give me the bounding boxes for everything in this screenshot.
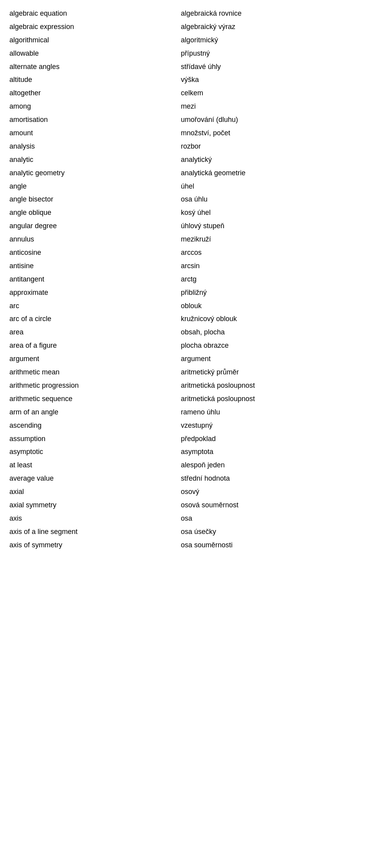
czech-term: algebraická rovnice [181,7,367,20]
czech-term: asymptota [181,445,367,459]
czech-term: osová souměrnost [181,499,367,512]
english-term: angular degree [9,220,181,233]
czech-term: algebraický výraz [181,20,367,34]
table-row: annulusmezikruží [9,233,367,246]
czech-term: mezikruží [181,233,367,246]
table-row: arithmetic progressionaritmetická poslou… [9,379,367,392]
czech-term: kružnicový oblouk [181,312,367,326]
table-row: altogethercelkem [9,87,367,100]
english-term: asymptotic [9,445,181,459]
czech-term: mezi [181,100,367,113]
english-term: area of a figure [9,339,181,352]
english-term: at least [9,459,181,472]
czech-term: množství, počet [181,127,367,140]
dictionary-table: algebraic equationalgebraická rovnicealg… [9,7,367,552]
table-row: analysisrozbor [9,140,367,153]
english-term: antitangent [9,273,181,286]
table-row: anticosinearccos [9,246,367,260]
english-term: axial symmetry [9,499,181,512]
czech-term: alespoň jeden [181,459,367,472]
table-row: ascendingvzestupný [9,419,367,432]
table-row: algebraic expressionalgebraický výraz [9,20,367,34]
english-term: amortisation [9,113,181,127]
czech-term: přípustný [181,47,367,60]
english-term: approximate [9,286,181,300]
english-term: axis of a line segment [9,525,181,539]
czech-term: arctg [181,273,367,286]
table-row: altitudevýška [9,73,367,87]
english-term: arc [9,300,181,313]
table-row: axis of a line segmentosa úsečky [9,525,367,539]
czech-term: vzestupný [181,419,367,432]
czech-term: rameno úhlu [181,406,367,419]
table-row: allowablepřípustný [9,47,367,60]
english-term: alternate angles [9,60,181,74]
table-row: angle bisectorosa úhlu [9,193,367,206]
english-term: angle bisector [9,193,181,206]
table-row: at leastalespoň jeden [9,459,367,472]
czech-term: argument [181,352,367,366]
table-row: antitangentarctg [9,273,367,286]
czech-term: plocha obrazce [181,339,367,352]
czech-term: střídavé úhly [181,60,367,74]
table-row: average valuestřední hodnota [9,472,367,485]
table-row: arithmetic meanaritmetický průměr [9,366,367,379]
table-row: argumentargument [9,352,367,366]
czech-term: kosý úhel [181,206,367,220]
table-row: angular degreeúhlový stupeň [9,220,367,233]
table-row: alternate anglesstřídavé úhly [9,60,367,74]
table-row: asymptoticasymptota [9,445,367,459]
czech-term: osa úhlu [181,193,367,206]
english-term: angle oblique [9,206,181,220]
czech-term: aritmetická posloupnost [181,392,367,406]
table-row: amortisationumořování (dluhu) [9,113,367,127]
czech-term: aritmetická posloupnost [181,379,367,392]
english-term: ascending [9,419,181,432]
table-row: algebraic equationalgebraická rovnice [9,7,367,20]
czech-term: oblouk [181,300,367,313]
english-term: arithmetic progression [9,379,181,392]
english-term: arm of an angle [9,406,181,419]
czech-term: výška [181,73,367,87]
english-term: analytic geometry [9,167,181,180]
table-row: amongmezi [9,100,367,113]
czech-term: předpoklad [181,432,367,446]
czech-term: umořování (dluhu) [181,113,367,127]
czech-term: arcsin [181,260,367,273]
english-term: argument [9,352,181,366]
table-row: antisinearcsin [9,260,367,273]
czech-term: přibližný [181,286,367,300]
table-row: angle obliquekosý úhel [9,206,367,220]
czech-term: střední hodnota [181,472,367,485]
english-term: arc of a circle [9,312,181,326]
table-row: approximatepřibližný [9,286,367,300]
czech-term: obsah, plocha [181,326,367,339]
table-row: arc of a circlekružnicový oblouk [9,312,367,326]
czech-term: osa úsečky [181,525,367,539]
table-row: analytic geometryanalytická geometrie [9,167,367,180]
english-term: anticosine [9,246,181,260]
czech-term: úhlový stupeň [181,220,367,233]
table-row: amountmnožství, počet [9,127,367,140]
english-term: axis of symmetry [9,539,181,552]
table-row: axis of symmetryosa souměrnosti [9,539,367,552]
table-row: axial symmetryosová souměrnost [9,499,367,512]
english-term: allowable [9,47,181,60]
table-row: arithmetic sequencearitmetická posloupno… [9,392,367,406]
english-term: axial [9,485,181,499]
english-term: assumption [9,432,181,446]
table-row: angleúhel [9,180,367,193]
czech-term: arccos [181,246,367,260]
english-term: algebraic equation [9,7,181,20]
english-term: algebraic expression [9,20,181,34]
english-term: algorithmical [9,34,181,47]
english-term: average value [9,472,181,485]
czech-term: úhel [181,180,367,193]
table-row: areaobsah, plocha [9,326,367,339]
english-term: axis [9,512,181,525]
czech-term: analytický [181,153,367,167]
table-row: assumptionpředpoklad [9,432,367,446]
czech-term: celkem [181,87,367,100]
table-row: axialosový [9,485,367,499]
czech-term: algoritmický [181,34,367,47]
